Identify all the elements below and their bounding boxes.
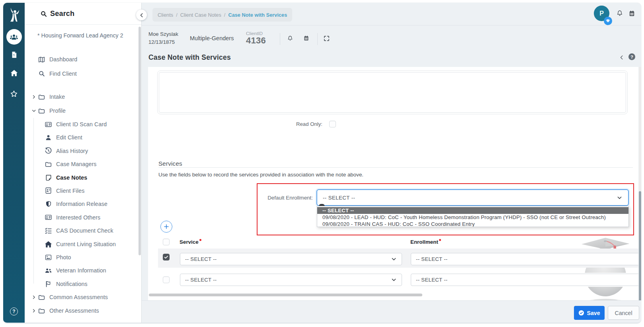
sidebar-item-edit-client[interactable]: Edit Client <box>45 133 82 142</box>
row1-enrollment-select[interactable]: -- SELECT -- <box>411 253 638 265</box>
sidebar-item-client-files[interactable]: Client Files <box>45 186 84 196</box>
sidebar-item-client-id-scan-card[interactable]: Client ID Scan Card <box>45 119 107 129</box>
sidebar-folder-profile[interactable]: Profile <box>38 106 66 116</box>
calendar-button[interactable] <box>628 10 635 17</box>
sidebar-collapse-button[interactable] <box>136 10 147 20</box>
folder-icon <box>38 107 45 115</box>
rail-item-favorites[interactable] <box>3 90 25 98</box>
chevron-down-icon <box>617 195 623 201</box>
chevron-left-icon <box>139 13 144 18</box>
sidebar-item-photo[interactable]: Photo <box>45 253 71 262</box>
dashboard-map-icon <box>38 56 45 63</box>
id-card-icon <box>45 213 52 221</box>
help-question-icon: ? <box>10 307 18 315</box>
client-id-value: 4136 <box>246 35 266 46</box>
sidebar-folder-common-assessments[interactable]: Common Assessments <box>38 292 108 302</box>
notifications-bell-button[interactable] <box>616 10 623 17</box>
chevron-right-icon[interactable] <box>32 309 36 313</box>
row2-enrollment-select[interactable]: -- SELECT -- <box>411 274 638 286</box>
services-heading: Services <box>158 160 182 167</box>
read-only-checkbox[interactable] <box>329 121 336 127</box>
agency-name[interactable]: * Housing Forward Lead Agency 2 <box>37 32 123 39</box>
sidebar-item-information-release[interactable]: Information Release <box>45 199 107 209</box>
row2-checkbox[interactable] <box>163 276 170 283</box>
rail-item-help[interactable]: ? <box>3 307 25 315</box>
dropdown-option-lead[interactable]: 09/08/2020 - LEAD - HUD: CoC - Youth Hom… <box>317 214 628 221</box>
breadcrumb-clients[interactable]: Clients <box>158 12 173 18</box>
sidebar-item-notifications[interactable]: Notifications <box>45 279 88 289</box>
add-service-row-button[interactable] <box>160 221 172 233</box>
sidebar-item-interested-others[interactable]: Interested Others <box>45 213 100 222</box>
chevron-right-icon[interactable] <box>32 295 36 299</box>
sidebar-item-veteran-information[interactable]: Veteran Information <box>45 266 106 275</box>
breadcrumb-client-case-notes[interactable]: Client Case Notes <box>180 12 221 18</box>
rail-item-home[interactable] <box>3 69 25 76</box>
chevron-down-icon <box>391 277 397 283</box>
chevron-down-icon <box>391 256 397 262</box>
sidebar-item-cas-document-check[interactable]: CAS Document Check <box>45 226 113 235</box>
rail-logo[interactable] <box>3 7 25 23</box>
dropdown-option-train-cas[interactable]: 09/08/2020 - TRAIN CAS - HUD: CoC - SSO … <box>317 221 628 227</box>
expand-fullscreen-icon <box>323 35 330 42</box>
history-icon <box>45 147 52 155</box>
note-textarea[interactable] <box>159 72 626 113</box>
client-bell-button[interactable] <box>287 35 293 41</box>
client-gender: Multiple-Genders <box>190 35 234 41</box>
row2-service-select[interactable]: -- SELECT -- <box>180 274 402 286</box>
save-button[interactable]: Save <box>574 306 605 320</box>
sidebar-item-dashboard[interactable]: Dashboard <box>38 55 77 64</box>
breadcrumb: Clients/Client Case Notes/Case Note with… <box>152 8 292 22</box>
find-client-search-icon <box>38 70 45 78</box>
default-enrollment-select[interactable]: -- SELECT -- <box>316 189 629 206</box>
chevron-down-icon <box>391 277 397 283</box>
sidebar-scrollbar-thumb[interactable] <box>139 27 141 255</box>
chevron-down-icon[interactable] <box>32 109 36 113</box>
sidebar-folder-other-assessments[interactable]: Other Assessments <box>38 306 99 315</box>
rail-item-files[interactable] <box>3 51 25 59</box>
folder-icon <box>38 93 45 101</box>
sidebar-item-alias-history[interactable]: Alias History <box>45 146 88 156</box>
sidebar-folder-intake[interactable]: Intake <box>38 92 65 102</box>
dropdown-option-select[interactable]: -- SELECT -- <box>317 207 628 214</box>
vertical-scrollbar-thumb[interactable] <box>639 191 641 302</box>
horizontal-scrollbar-thumb[interactable] <box>149 294 422 296</box>
sidebar-item-case-notes[interactable]: Case Notes <box>45 173 87 182</box>
divider <box>317 33 318 45</box>
client-files-icon <box>45 187 52 194</box>
row1-service-select[interactable]: -- SELECT -- <box>180 253 402 265</box>
rail-item-clients[interactable] <box>3 29 25 45</box>
sidebar-item-find-client[interactable]: Find Client <box>38 69 77 78</box>
avatar-badge[interactable] <box>604 17 612 25</box>
expand-button[interactable] <box>323 35 330 42</box>
client-files-icon <box>45 187 52 194</box>
calendar-icon <box>628 10 635 17</box>
help-button[interactable]: ? <box>628 53 635 60</box>
folder-icon <box>38 294 45 301</box>
chevron-right-icon[interactable] <box>32 95 36 99</box>
sidebar-item-case-managers[interactable]: Case Managers <box>45 159 96 169</box>
client-name-dob[interactable]: Moe Szyslak12/13/1875 <box>148 30 178 46</box>
services-divider <box>158 167 633 168</box>
footer-bar <box>142 300 641 323</box>
search-icon <box>40 10 47 18</box>
clarity-logo-person-icon <box>6 7 21 23</box>
favorites-star-icon <box>10 90 18 98</box>
search-label: Search <box>50 10 74 18</box>
cancel-button[interactable]: Cancel <box>608 306 639 320</box>
veteran-people-icon <box>45 267 52 274</box>
home-icon <box>10 69 18 76</box>
folder-icon <box>45 161 52 168</box>
folder-icon <box>38 307 45 315</box>
row1-checkbox[interactable] <box>163 254 170 260</box>
bell-icon <box>616 10 623 17</box>
sidebar-item-current-living-situation[interactable]: Current Living Situation <box>45 239 116 249</box>
breadcrumb-separator: / <box>176 12 178 18</box>
id-card-icon <box>45 121 52 128</box>
sidebar-search[interactable]: Search <box>25 3 141 25</box>
services-description: Use the fields below to record the servi… <box>158 172 363 178</box>
collapse-form-button[interactable] <box>619 55 624 60</box>
client-calendar-button[interactable] <box>303 35 309 41</box>
app-window: ? Search * Housing Forward Lead Agency 2… <box>3 3 641 323</box>
select-all-checkbox[interactable] <box>163 239 170 245</box>
page-title: Case Note with Services <box>148 53 231 62</box>
